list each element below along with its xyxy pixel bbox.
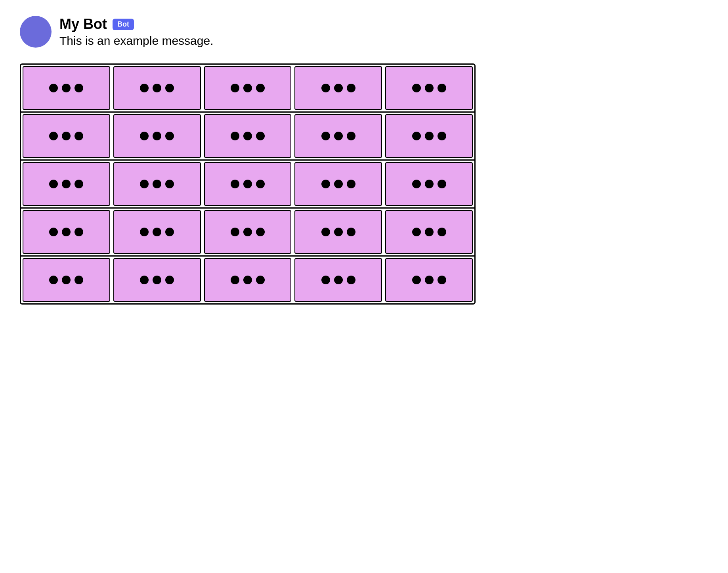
dot xyxy=(425,132,434,140)
dot xyxy=(75,228,83,236)
dot xyxy=(153,228,161,236)
dot xyxy=(438,180,446,188)
button-row xyxy=(21,113,474,161)
dot xyxy=(165,276,174,284)
dot xyxy=(412,228,421,236)
dots-icon xyxy=(231,132,265,140)
dots-icon xyxy=(49,228,83,236)
button-cell[interactable] xyxy=(294,210,382,254)
dot xyxy=(347,228,355,236)
dot xyxy=(140,228,149,236)
dot xyxy=(243,132,252,140)
dot xyxy=(62,84,71,92)
dots-icon xyxy=(231,84,265,92)
button-cell[interactable] xyxy=(204,66,292,110)
dot xyxy=(412,180,421,188)
button-cell[interactable] xyxy=(294,258,382,302)
dot xyxy=(256,84,265,92)
button-cell[interactable] xyxy=(294,66,382,110)
dot xyxy=(347,132,355,140)
button-cell[interactable] xyxy=(23,114,110,158)
bot-badge: Bot xyxy=(113,19,134,30)
button-cell[interactable] xyxy=(385,114,473,158)
dots-icon xyxy=(412,84,446,92)
button-cell[interactable] xyxy=(23,162,110,206)
dot xyxy=(165,180,174,188)
bot-name: My Bot xyxy=(59,16,107,33)
message-header: My Bot Bot This is an example message. xyxy=(20,16,708,48)
dot xyxy=(256,180,265,188)
dot xyxy=(256,276,265,284)
dot xyxy=(321,84,330,92)
button-cell[interactable] xyxy=(113,162,201,206)
button-cell[interactable] xyxy=(385,258,473,302)
button-cell[interactable] xyxy=(23,66,110,110)
button-cell[interactable] xyxy=(113,210,201,254)
dot xyxy=(165,228,174,236)
button-row xyxy=(21,161,474,209)
name-row: My Bot Bot xyxy=(59,16,214,33)
dot xyxy=(256,132,265,140)
button-cell[interactable] xyxy=(113,258,201,302)
button-cell[interactable] xyxy=(23,210,110,254)
dot xyxy=(75,84,83,92)
dot xyxy=(347,180,355,188)
dot xyxy=(231,132,239,140)
dot xyxy=(425,276,434,284)
button-cell[interactable] xyxy=(294,114,382,158)
dots-icon xyxy=(49,276,83,284)
dot xyxy=(49,84,58,92)
dot xyxy=(62,132,71,140)
dots-icon xyxy=(140,180,174,188)
dot xyxy=(425,228,434,236)
dots-icon xyxy=(321,228,355,236)
dot xyxy=(231,228,239,236)
dot xyxy=(243,180,252,188)
avatar xyxy=(20,16,52,48)
dot xyxy=(49,228,58,236)
button-cell[interactable] xyxy=(204,210,292,254)
dot xyxy=(334,84,343,92)
button-cell[interactable] xyxy=(204,114,292,158)
button-cell[interactable] xyxy=(204,162,292,206)
dot xyxy=(49,132,58,140)
dots-icon xyxy=(231,180,265,188)
dot xyxy=(62,180,71,188)
dots-icon xyxy=(140,228,174,236)
dot xyxy=(165,84,174,92)
dot xyxy=(49,276,58,284)
dot xyxy=(153,84,161,92)
dots-icon xyxy=(231,276,265,284)
dots-icon xyxy=(140,84,174,92)
dot xyxy=(49,180,58,188)
dot xyxy=(347,84,355,92)
button-cell[interactable] xyxy=(385,210,473,254)
button-cell[interactable] xyxy=(385,66,473,110)
dots-icon xyxy=(231,228,265,236)
button-cell[interactable] xyxy=(294,162,382,206)
dot xyxy=(347,276,355,284)
dot xyxy=(140,84,149,92)
dot xyxy=(153,132,161,140)
dot xyxy=(412,276,421,284)
button-cell[interactable] xyxy=(204,258,292,302)
button-row xyxy=(21,65,474,113)
button-cell[interactable] xyxy=(385,162,473,206)
dot xyxy=(256,228,265,236)
dot xyxy=(153,276,161,284)
button-cell[interactable] xyxy=(113,66,201,110)
dot xyxy=(334,132,343,140)
dot xyxy=(153,180,161,188)
dot xyxy=(425,84,434,92)
dots-icon xyxy=(412,132,446,140)
button-grid-container xyxy=(20,63,476,305)
dot xyxy=(438,228,446,236)
dot xyxy=(425,180,434,188)
button-cell[interactable] xyxy=(113,114,201,158)
dot xyxy=(321,276,330,284)
button-row xyxy=(21,209,474,257)
dot xyxy=(334,228,343,236)
button-cell[interactable] xyxy=(23,258,110,302)
dots-icon xyxy=(49,132,83,140)
dots-icon xyxy=(321,132,355,140)
